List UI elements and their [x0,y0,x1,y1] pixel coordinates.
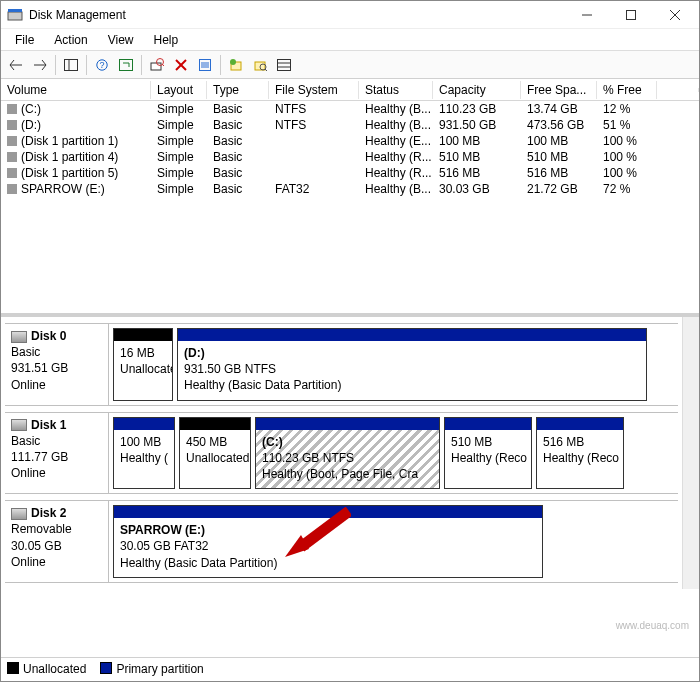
volume-status: Healthy (B... [359,117,433,133]
volume-row[interactable]: (D:)SimpleBasicNTFSHealthy (B...931.50 G… [1,117,699,133]
refresh-button[interactable] [115,54,137,76]
volume-type: Basic [207,101,269,117]
disk-row: Disk 0Basic931.51 GBOnline16 MBUnallocat… [5,323,678,406]
partition-line1: 516 MB [543,435,584,449]
properties-button[interactable] [194,54,216,76]
col-filesystem[interactable]: File System [269,81,359,99]
partition-box[interactable]: (C:)110.23 GB NTFSHealthy (Boot, Page Fi… [255,417,440,490]
forward-button[interactable] [29,54,51,76]
col-pct-free[interactable]: % Free [597,81,657,99]
col-status[interactable]: Status [359,81,433,99]
minimize-button[interactable] [565,1,609,29]
col-layout[interactable]: Layout [151,81,207,99]
close-button[interactable] [653,1,697,29]
volume-pct: 100 % [597,133,657,149]
col-volume[interactable]: Volume [1,81,151,99]
volume-layout: Simple [151,117,207,133]
partition-box[interactable]: 510 MBHealthy (Reco [444,417,532,490]
volume-name: (Disk 1 partition 1) [21,134,118,148]
drive-icon [7,184,17,194]
drive-icon [7,152,17,162]
partition-line2: Healthy ( [120,451,168,465]
delete-button[interactable] [170,54,192,76]
main-area: Volume Layout Type File System Status Ca… [1,79,699,679]
partition-strip: SPARROW (E:)30.05 GB FAT32Healthy (Basic… [109,501,678,582]
partition-box[interactable]: SPARROW (E:)30.05 GB FAT32Healthy (Basic… [113,505,543,578]
rescan-disks-button[interactable] [146,54,168,76]
partition-box[interactable]: (D:)931.50 GB NTFSHealthy (Basic Data Pa… [177,328,647,401]
partition-strip: 16 MBUnallocated(D:)931.50 GB NTFSHealth… [109,324,678,405]
partition-box[interactable]: 16 MBUnallocated [113,328,173,401]
back-button[interactable] [5,54,27,76]
disk-size: 30.05 GB [11,538,102,554]
volume-capacity: 110.23 GB [433,101,521,117]
disk-row: Disk 1Basic111.77 GBOnline100 MBHealthy … [5,412,678,495]
disk-name: Disk 0 [31,329,66,343]
partition-bar [256,418,439,430]
partition-bar [445,418,531,430]
volume-capacity: 510 MB [433,149,521,165]
volume-name: (C:) [21,102,41,116]
svg-line-24 [265,69,267,71]
volume-row[interactable]: (C:)SimpleBasicNTFSHealthy (B...110.23 G… [1,101,699,117]
disk-info[interactable]: Disk 0Basic931.51 GBOnline [5,324,109,405]
volume-type: Basic [207,133,269,149]
show-hide-console-tree-button[interactable] [60,54,82,76]
partition-line2: Healthy (Boot, Page File, Cra [262,467,418,481]
new-volume-button[interactable] [225,54,247,76]
help-button[interactable]: ? [91,54,113,76]
menu-bar: File Action View Help [1,29,699,51]
toolbar: ? [1,51,699,79]
volume-capacity: 931.50 GB [433,117,521,133]
disk-row: Disk 2Removable30.05 GBOnlineSPARROW (E:… [5,500,678,583]
volume-free: 100 MB [521,133,597,149]
vertical-scrollbar[interactable] [682,317,699,589]
separator [55,55,56,75]
disk-info[interactable]: Disk 2Removable30.05 GBOnline [5,501,109,582]
explore-button[interactable] [249,54,271,76]
partition-title: (C:) [262,435,283,449]
legend-bar: Unallocated Primary partition [1,657,699,679]
partition-line1: 16 MB [120,346,155,360]
detail-view-button[interactable] [273,54,295,76]
col-capacity[interactable]: Capacity [433,81,521,99]
volume-fs [269,156,359,158]
volume-row[interactable]: SPARROW (E:)SimpleBasicFAT32Healthy (B..… [1,181,699,197]
disk-size: 111.77 GB [11,449,102,465]
partition-box[interactable]: 100 MBHealthy ( [113,417,175,490]
partition-box[interactable]: 450 MBUnallocated [179,417,251,490]
disk-name: Disk 1 [31,418,66,432]
disk-info[interactable]: Disk 1Basic111.77 GBOnline [5,413,109,494]
partition-bar [537,418,623,430]
menu-view[interactable]: View [98,31,144,49]
menu-help[interactable]: Help [144,31,189,49]
volume-layout: Simple [151,181,207,197]
volume-row[interactable]: (Disk 1 partition 1)SimpleBasicHealthy (… [1,133,699,149]
volume-fs [269,140,359,142]
volume-status: Healthy (B... [359,181,433,197]
volume-list[interactable]: (C:)SimpleBasicNTFSHealthy (B...110.23 G… [1,101,699,313]
volume-free: 516 MB [521,165,597,181]
menu-action[interactable]: Action [44,31,97,49]
volume-status: Healthy (R... [359,165,433,181]
volume-row[interactable]: (Disk 1 partition 4)SimpleBasicHealthy (… [1,149,699,165]
svg-point-21 [230,59,236,65]
svg-rect-0 [8,12,22,20]
partition-line2: Unallocated [186,451,249,465]
partition-box[interactable]: 516 MBHealthy (Reco [536,417,624,490]
menu-file[interactable]: File [5,31,44,49]
title-bar: Disk Management [1,1,699,29]
volume-fs: NTFS [269,101,359,117]
volume-pct: 51 % [597,117,657,133]
disk-status: Online [11,465,102,481]
volume-name: (D:) [21,118,41,132]
col-free-space[interactable]: Free Spa... [521,81,597,99]
maximize-button[interactable] [609,1,653,29]
disk-type: Basic [11,344,102,360]
disk-name: Disk 2 [31,506,66,520]
col-type[interactable]: Type [207,81,269,99]
drive-icon [7,168,17,178]
volume-row[interactable]: (Disk 1 partition 5)SimpleBasicHealthy (… [1,165,699,181]
disk-icon [11,508,27,520]
volume-free: 13.74 GB [521,101,597,117]
